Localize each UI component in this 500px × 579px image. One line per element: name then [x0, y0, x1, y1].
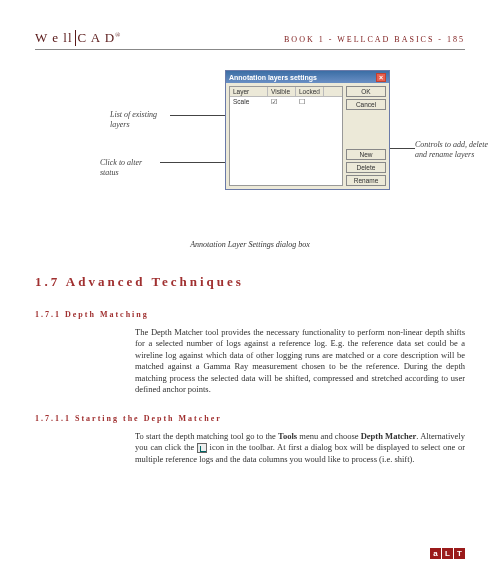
- list-item[interactable]: Scale ☑ ☐: [230, 97, 342, 107]
- menu-tools: Tools: [278, 431, 297, 441]
- logo-registered-mark: ®: [115, 31, 121, 39]
- new-button[interactable]: New: [346, 149, 386, 160]
- depth-matching-paragraph: The Depth Matcher tool provides the nece…: [135, 327, 465, 396]
- alt-logo-t: T: [454, 548, 465, 559]
- callout-click-status: Click to alter status: [100, 158, 160, 177]
- callout-controls: Controls to add, delete and rename layer…: [415, 140, 490, 159]
- wellcad-logo: W e llC A D®: [35, 30, 121, 46]
- page-header: W e llC A D® BOOK 1 - WELLCAD BASICS - 1…: [35, 30, 465, 50]
- layers-list[interactable]: Layer Visible Locked Scale ☑ ☐: [229, 86, 343, 186]
- annotation-layers-dialog: Annotation layers settings × Layer Visib…: [225, 70, 390, 190]
- alt-logo: a L T: [430, 548, 465, 559]
- dialog-body: Layer Visible Locked Scale ☑ ☐ OK Cancel…: [226, 83, 389, 189]
- logo-part-wel: W e l: [35, 30, 68, 45]
- alt-logo-l: L: [442, 548, 453, 559]
- logo-part-cad: C A D: [78, 30, 116, 45]
- dialog-title: Annotation layers settings: [229, 74, 317, 81]
- layer-name: Scale: [230, 98, 268, 106]
- visible-checkbox[interactable]: ☑: [268, 98, 296, 106]
- column-visible: Visible: [268, 87, 296, 96]
- section-title: 1.7 Advanced Techniques: [35, 274, 465, 290]
- logo-part-l: l: [68, 30, 76, 46]
- column-locked: Locked: [296, 87, 324, 96]
- dialog-titlebar: Annotation layers settings ×: [226, 71, 389, 83]
- rename-button[interactable]: Rename: [346, 175, 386, 186]
- depth-matcher-icon: [197, 443, 207, 453]
- cancel-button[interactable]: Cancel: [346, 99, 386, 110]
- list-header: Layer Visible Locked: [230, 87, 342, 97]
- locked-checkbox[interactable]: ☐: [296, 98, 324, 106]
- callout-list-layers: List of existing layers: [110, 110, 170, 129]
- subsection-depth-matching: 1.7.1 Depth Matching: [35, 310, 465, 319]
- starting-depth-matcher-paragraph: To start the depth matching tool go to t…: [135, 431, 465, 465]
- column-layer: Layer: [230, 87, 268, 96]
- p2-b: menu and choose: [297, 431, 361, 441]
- alt-logo-a: a: [430, 548, 441, 559]
- delete-button[interactable]: Delete: [346, 162, 386, 173]
- page-reference: BOOK 1 - WELLCAD BASICS - 185: [284, 35, 465, 44]
- dialog-buttons: OK Cancel New Delete Rename: [346, 86, 386, 186]
- ok-button[interactable]: OK: [346, 86, 386, 97]
- p2-a: To start the depth matching tool go to t…: [135, 431, 278, 441]
- annotation-settings-figure: List of existing layers Click to alter s…: [35, 70, 465, 230]
- subsection-starting-depth-matcher: 1.7.1.1 Starting the Depth Matcher: [35, 414, 465, 423]
- callout-line: [170, 115, 230, 116]
- figure-caption: Annotation Layer Settings dialog box: [35, 240, 465, 249]
- menu-depth-matcher: Depth Matcher: [361, 431, 417, 441]
- close-icon[interactable]: ×: [376, 73, 386, 82]
